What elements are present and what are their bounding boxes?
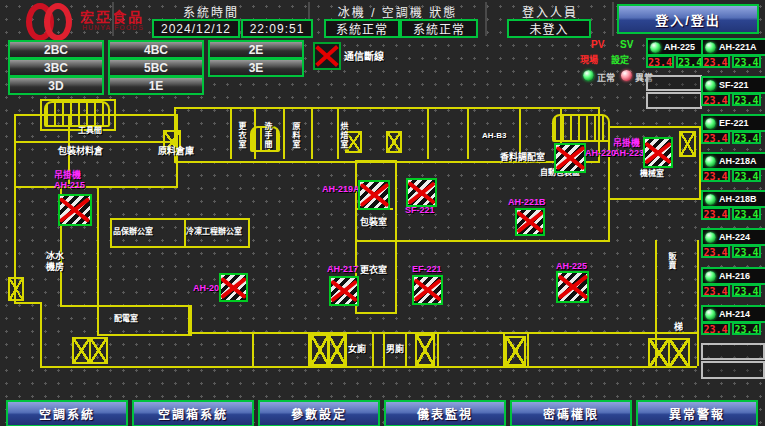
- floor-button-2e[interactable]: 2E: [208, 40, 304, 59]
- wall: [372, 332, 374, 366]
- floor-button-3bc[interactable]: 3BC: [8, 58, 104, 77]
- unit-status-lamp: [705, 271, 716, 282]
- menu-button-ahu-system[interactable]: 空調箱系統: [132, 400, 254, 426]
- shaft-icon: [668, 338, 690, 368]
- unit-ah-214[interactable]: AH-214: [701, 305, 765, 323]
- room-label-raw-store: 原料倉庫: [158, 144, 194, 157]
- menu-button-meter-monitor[interactable]: 儀表監視: [384, 400, 506, 426]
- device-label: AH-217: [327, 264, 358, 274]
- ahu-status-value: 系統正常: [400, 19, 478, 38]
- unit-pv-value: 23.4: [701, 93, 730, 106]
- wall: [40, 302, 42, 368]
- shaft-icon: [8, 277, 24, 301]
- login-user-label: 登入人員: [490, 3, 610, 20]
- wall: [437, 332, 439, 366]
- shaft-icon: [327, 334, 347, 366]
- device-label: AH-223: [613, 148, 644, 158]
- unit-ef-221[interactable]: EF-221: [701, 114, 765, 132]
- comm-fail-device[interactable]: [643, 137, 673, 168]
- comm-fail-device[interactable]: [515, 208, 545, 236]
- menu-button-alarm[interactable]: 異常警報: [636, 400, 758, 426]
- wall: [527, 332, 529, 366]
- floor-button-2bc[interactable]: 2BC: [8, 40, 104, 59]
- room-label-office1: 品保辦公室: [113, 225, 153, 236]
- comm-fail-device[interactable]: [329, 276, 359, 306]
- menu-button-param-setting[interactable]: 參數設定: [258, 400, 380, 426]
- unit-status-lamp: [705, 309, 716, 320]
- unit-sv-value: 23.4: [732, 245, 761, 258]
- empty-slot: [701, 343, 765, 360]
- unit-pv-value: 23.4: [646, 55, 674, 68]
- unit-sf-221[interactable]: SF-221: [701, 76, 765, 94]
- unit-ah-225[interactable]: AH-225: [646, 38, 704, 56]
- system-date-value: 2024/12/12: [152, 19, 240, 38]
- unit-status-lamp: [705, 118, 716, 129]
- unit-ah-221a[interactable]: AH-221A: [701, 38, 765, 56]
- unit-ah-216[interactable]: AH-216: [701, 267, 765, 285]
- unit-ah-218a[interactable]: AH-218A: [701, 152, 765, 170]
- room-label-v3: 原料室: [290, 122, 301, 149]
- sv-label: SV: [620, 39, 633, 50]
- shaft-icon: [415, 334, 435, 366]
- normal-lamp-icon: [583, 70, 594, 81]
- device-label: AH-225: [556, 261, 587, 271]
- unit-sv-value: 23.4: [732, 284, 761, 297]
- unit-name-label: AH-214: [719, 309, 750, 319]
- unit-pv-value: 23.4: [701, 245, 730, 258]
- unit-name-label: AH-218A: [719, 156, 757, 166]
- comm-fail-device[interactable]: [406, 178, 437, 207]
- comm-fail-device[interactable]: [58, 194, 92, 226]
- menu-button-ac-system[interactable]: 空調系統: [6, 400, 128, 426]
- room-label-locker: 更衣室: [360, 263, 387, 276]
- empty-slot: [646, 92, 702, 109]
- empty-slot: [701, 361, 765, 379]
- unit-status-lamp: [705, 194, 716, 205]
- unit-pv-value: 23.4: [701, 284, 730, 297]
- device-label: SF-221: [405, 205, 435, 215]
- shaft-icon: [648, 338, 670, 368]
- room-label-mtoilet: 男廁: [386, 342, 404, 355]
- shaft-icon: [505, 336, 526, 366]
- device-label: AH-219A: [322, 184, 360, 194]
- comm-fail-device[interactable]: [358, 180, 390, 210]
- room-label-v2: 洗手間: [262, 122, 273, 149]
- unit-pv-value: 23.4: [701, 131, 730, 144]
- unit-ah-224[interactable]: AH-224: [701, 228, 765, 246]
- comm-fail-device[interactable]: [219, 273, 248, 302]
- wall: [14, 141, 174, 143]
- wall: [188, 332, 697, 334]
- wall: [355, 240, 393, 242]
- chiller-status-label: 冰機 / 空調機 狀態: [310, 3, 485, 20]
- room-label-power: 配電室: [114, 312, 138, 323]
- comm-fail-device[interactable]: [556, 271, 589, 303]
- comm-fail-device[interactable]: [554, 143, 586, 173]
- wall: [14, 302, 42, 304]
- normal-label: 正常: [597, 71, 615, 84]
- abnormal-lamp-icon: [621, 70, 632, 81]
- pv-label: PV: [591, 39, 604, 50]
- login-logout-button[interactable]: 登入/登出: [617, 4, 759, 34]
- room-label-packing: 包裝室: [360, 215, 387, 228]
- floor-button-4bc[interactable]: 4BC: [108, 40, 204, 59]
- floor-button-1e[interactable]: 1E: [108, 76, 204, 95]
- room-label-spice: 香料調配室: [500, 150, 545, 163]
- unit-sv-value: 23.4: [732, 55, 761, 68]
- wall: [697, 240, 699, 366]
- wall: [467, 107, 469, 159]
- unit-ah-218b[interactable]: AH-218B: [701, 190, 765, 208]
- login-status-value: 未登入: [507, 19, 591, 38]
- room-label-vending: 販賣: [666, 252, 677, 270]
- unit-sv-value: 23.4: [732, 131, 761, 144]
- comm-fail-device[interactable]: [412, 275, 443, 305]
- unit-sv-value: 23.4: [676, 55, 704, 68]
- room-label-machine: 機械室: [640, 167, 664, 178]
- unit-pv-value: 23.4: [701, 207, 730, 220]
- room-label-wtoilet: 女廁: [348, 342, 366, 355]
- menu-button-password[interactable]: 密碼權限: [510, 400, 632, 426]
- floor-button-5bc[interactable]: 5BC: [108, 58, 204, 77]
- logo-icon: [44, 3, 72, 41]
- unit-name-label: AH-221A: [719, 42, 757, 52]
- floor-button-3e[interactable]: 3E: [208, 58, 304, 77]
- floor-button-3d[interactable]: 3D: [8, 76, 104, 95]
- room-label-ahb3: AH-B3: [482, 131, 506, 140]
